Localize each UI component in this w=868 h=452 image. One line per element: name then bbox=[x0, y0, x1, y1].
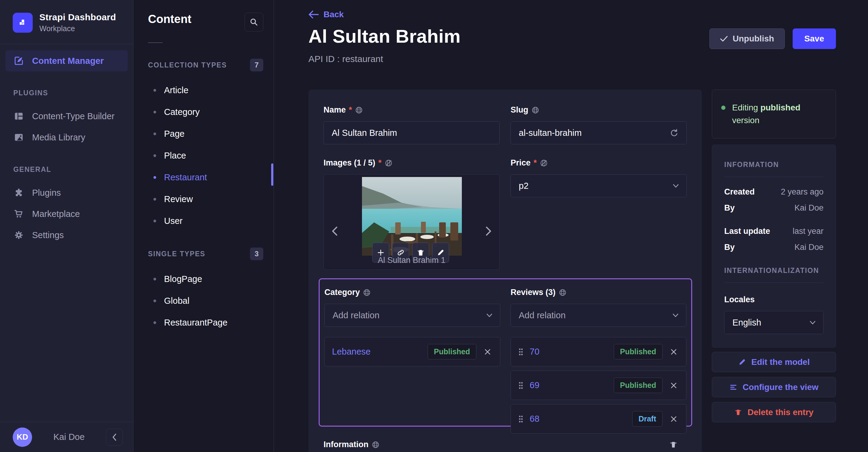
close-icon bbox=[670, 348, 678, 356]
subnav-item-review[interactable]: Review bbox=[133, 188, 274, 210]
relation-link[interactable]: 69 bbox=[530, 380, 608, 390]
relation-row-69[interactable]: 69 Published bbox=[510, 370, 686, 400]
price-value: p2 bbox=[519, 181, 673, 191]
subnav-item-label: Restaurant bbox=[164, 172, 207, 183]
relation-link[interactable]: 70 bbox=[530, 347, 608, 357]
subnav-item-label: User bbox=[164, 216, 183, 226]
search-icon bbox=[249, 18, 258, 27]
collection-types-list: Article Category Page Place Restaurant R… bbox=[133, 79, 274, 232]
sidebar-item-marketplace[interactable]: Marketplace bbox=[5, 203, 128, 225]
price-field: Price* p2 bbox=[510, 158, 687, 270]
edit-status-text: Editing published version bbox=[732, 101, 811, 127]
remove-relation-button[interactable] bbox=[483, 348, 493, 356]
slug-input[interactable]: al-sultan-brahim bbox=[510, 121, 687, 144]
information-component-label: Information bbox=[323, 440, 369, 449]
sidebar-item-content-type-builder[interactable]: Content-Type Builder bbox=[5, 105, 128, 127]
list-lines-icon bbox=[730, 383, 737, 391]
drag-handle-icon[interactable] bbox=[518, 348, 524, 356]
price-select[interactable]: p2 bbox=[510, 174, 687, 197]
subnav-item-page[interactable]: Page bbox=[133, 123, 274, 144]
main-sidebar: Strapi Dashboard Workplace Content Manag… bbox=[0, 0, 133, 452]
save-button[interactable]: Save bbox=[793, 28, 836, 49]
information-panel-label: INFORMATION bbox=[724, 161, 824, 169]
collection-types-count: 7 bbox=[250, 59, 263, 71]
relation-row-68[interactable]: 68 Draft bbox=[510, 404, 686, 433]
relation-row-lebanese[interactable]: Lebanese Published bbox=[324, 337, 500, 366]
last-update-row: Last update last year bbox=[724, 227, 824, 236]
subnav-item-label: Page bbox=[164, 129, 185, 139]
back-link[interactable]: Back bbox=[308, 10, 344, 19]
caret-down-icon bbox=[673, 184, 679, 188]
edit-model-button[interactable]: Edit the model bbox=[712, 352, 836, 372]
subnav-item-global[interactable]: Global bbox=[133, 290, 274, 312]
media-library-icon bbox=[13, 132, 25, 142]
configure-view-button[interactable]: Configure the view bbox=[712, 377, 836, 397]
shopping-cart-icon bbox=[13, 209, 25, 219]
subnav-item-label: Global bbox=[164, 296, 189, 306]
internationalization-label: INTERNATIONALIZATION bbox=[724, 266, 824, 275]
sidebar-item-plugins[interactable]: Plugins bbox=[5, 182, 128, 203]
subnav-item-place[interactable]: Place bbox=[133, 144, 274, 166]
subnav-item-restaurant[interactable]: Restaurant bbox=[133, 166, 274, 188]
carousel-prev-icon[interactable] bbox=[331, 226, 338, 236]
category-add-relation-select[interactable]: Add relation bbox=[324, 304, 500, 327]
name-input[interactable]: Al Sultan Brahim bbox=[323, 121, 500, 144]
single-types-list: BlogPage Global RestaurantPage bbox=[133, 268, 274, 333]
regenerate-slug-icon[interactable] bbox=[670, 128, 679, 137]
carousel-next-icon[interactable] bbox=[486, 226, 492, 236]
subnav-item-user[interactable]: User bbox=[133, 210, 274, 232]
sidebar-item-media-library[interactable]: Media Library bbox=[5, 127, 128, 148]
drag-handle-icon[interactable] bbox=[518, 382, 524, 389]
unpublish-button[interactable]: Unpublish bbox=[709, 28, 785, 49]
name-field: Name* Al Sultan Brahim bbox=[323, 105, 500, 144]
subnav-item-label: RestaurantPage bbox=[164, 318, 227, 328]
remove-relation-button[interactable] bbox=[669, 415, 679, 423]
reviews-relation-field: Reviews (3) Add relation bbox=[510, 288, 686, 426]
close-icon bbox=[670, 382, 678, 389]
sidebar-item-label: Plugins bbox=[32, 188, 61, 198]
globe-icon bbox=[372, 441, 379, 449]
subnav-scrollbar[interactable] bbox=[271, 163, 273, 186]
slug-field: Slug al-sultan-brahim bbox=[510, 105, 687, 144]
search-button[interactable] bbox=[245, 13, 263, 31]
subnav-item-blogpage[interactable]: BlogPage bbox=[133, 268, 274, 290]
sidebar-footer: KD Kai Doe bbox=[0, 422, 133, 452]
remove-relation-button[interactable] bbox=[669, 382, 679, 389]
remove-relation-button[interactable] bbox=[669, 348, 679, 356]
close-icon bbox=[484, 348, 492, 356]
relation-link[interactable]: Lebanese bbox=[332, 347, 422, 357]
relation-link[interactable]: 68 bbox=[530, 414, 626, 424]
delete-entry-label: Delete this entry bbox=[748, 408, 813, 417]
delete-component-icon[interactable] bbox=[669, 440, 678, 449]
app-title: Strapi Dashboard bbox=[39, 12, 116, 22]
subnav-item-category[interactable]: Category bbox=[133, 101, 274, 123]
status-badge: Published bbox=[614, 344, 662, 359]
subnav-item-article[interactable]: Article bbox=[133, 79, 274, 101]
content-subnav: Content COLLECTION TYPES 7 Article Categ… bbox=[133, 0, 274, 452]
app-subtitle: Workplace bbox=[39, 24, 116, 33]
delete-entry-button[interactable]: Delete this entry bbox=[712, 402, 836, 422]
pencil-icon bbox=[738, 358, 746, 366]
sidebar-item-settings[interactable]: Settings bbox=[5, 225, 128, 246]
avatar[interactable]: KD bbox=[13, 427, 32, 447]
relation-row-70[interactable]: 70 Published bbox=[510, 337, 686, 366]
save-label: Save bbox=[804, 34, 824, 43]
subnav-item-label: Category bbox=[164, 107, 200, 117]
reviews-add-relation-select[interactable]: Add relation bbox=[510, 304, 686, 327]
user-name: Kai Doe bbox=[40, 432, 98, 442]
subnav-item-restaurantpage[interactable]: RestaurantPage bbox=[133, 312, 274, 333]
globe-strikethrough-icon bbox=[385, 159, 393, 167]
created-by-row: By Kai Doe bbox=[724, 203, 824, 213]
close-icon bbox=[670, 415, 678, 423]
status-badge: Published bbox=[428, 344, 476, 359]
images-label: Images (1 / 5) bbox=[323, 158, 375, 168]
sidebar-item-label: Content Manager bbox=[32, 56, 104, 66]
page-title: Al Sultan Brahim bbox=[308, 25, 461, 47]
caret-down-icon bbox=[487, 314, 492, 317]
collapse-sidebar-button[interactable] bbox=[106, 429, 123, 446]
subnav-item-label: Review bbox=[164, 194, 193, 204]
drag-handle-icon[interactable] bbox=[518, 415, 524, 423]
sidebar-item-content-manager[interactable]: Content Manager bbox=[5, 50, 128, 71]
required-asterisk: * bbox=[534, 158, 537, 168]
locale-select[interactable]: English bbox=[724, 311, 824, 334]
